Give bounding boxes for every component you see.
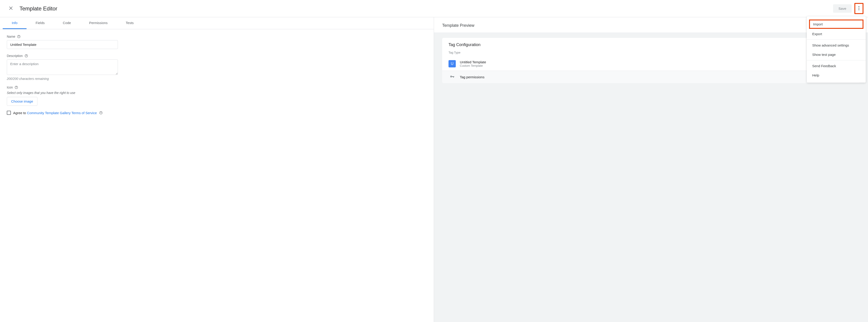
svg-point-8 bbox=[26, 56, 26, 57]
key-icon bbox=[448, 75, 456, 80]
tab-fields[interactable]: Fields bbox=[27, 17, 54, 29]
agree-text: Agree to Community Template Gallery Term… bbox=[13, 111, 97, 115]
menu-feedback[interactable]: Send Feedback bbox=[807, 61, 866, 70]
save-button[interactable]: Save bbox=[833, 4, 852, 13]
tab-tests[interactable]: Tests bbox=[117, 17, 143, 29]
more-dropdown: Import Export Show advanced settings Sho… bbox=[807, 16, 866, 83]
close-button[interactable] bbox=[7, 4, 15, 13]
name-label: Name bbox=[7, 35, 15, 38]
permissions-row[interactable]: Tag permissions bbox=[442, 70, 860, 83]
page-title: Template Editor bbox=[20, 5, 833, 12]
description-input[interactable] bbox=[7, 59, 118, 75]
form-content: Name Description 200/2 bbox=[0, 29, 434, 120]
tag-subtitle: Custom Template bbox=[460, 64, 486, 67]
menu-help[interactable]: Help bbox=[807, 70, 866, 80]
agree-checkbox[interactable] bbox=[7, 111, 11, 115]
help-icon[interactable] bbox=[17, 35, 21, 38]
svg-point-2 bbox=[859, 6, 859, 7]
char-count: 200/200 characters remaining bbox=[7, 77, 427, 81]
header: Template Editor Save bbox=[0, 0, 868, 17]
tabs: Info Fields Code Permissions Tests bbox=[0, 17, 434, 29]
help-icon[interactable] bbox=[25, 54, 28, 58]
left-panel: Info Fields Code Permissions Tests Name bbox=[0, 17, 434, 322]
svg-point-3 bbox=[859, 8, 859, 9]
right-panel: Template Preview Tag Configuration Tag T… bbox=[434, 17, 868, 322]
tag-row: U Untitled Template Custom Template bbox=[442, 57, 860, 70]
tab-permissions[interactable]: Permissions bbox=[80, 17, 117, 29]
menu-export[interactable]: Export bbox=[807, 29, 866, 38]
help-icon[interactable] bbox=[14, 86, 18, 89]
help-icon[interactable] bbox=[99, 111, 103, 115]
close-icon bbox=[9, 8, 13, 11]
permissions-label: Tag permissions bbox=[460, 75, 484, 79]
menu-test-page[interactable]: Show test page bbox=[807, 50, 866, 59]
tag-icon: U bbox=[448, 60, 456, 67]
icon-label: Icon bbox=[7, 86, 13, 89]
tag-type-label: Tag Type bbox=[442, 50, 860, 57]
preview-title: Template Preview bbox=[434, 17, 868, 32]
tab-code[interactable]: Code bbox=[54, 17, 80, 29]
svg-point-10 bbox=[16, 88, 17, 88]
config-card[interactable]: Tag Configuration Tag Type U Untitled Te… bbox=[442, 38, 860, 83]
svg-point-4 bbox=[859, 9, 859, 10]
tab-info[interactable]: Info bbox=[3, 17, 27, 29]
name-input[interactable] bbox=[7, 40, 118, 49]
choose-image-button[interactable]: Choose image bbox=[7, 97, 37, 106]
tag-name: Untitled Template bbox=[460, 60, 486, 64]
more-menu-button[interactable] bbox=[855, 4, 863, 13]
config-title: Tag Configuration bbox=[442, 38, 860, 50]
agree-prefix: Agree to bbox=[13, 111, 27, 115]
icon-hint: Select only images that you have the rig… bbox=[7, 91, 427, 95]
description-label: Description bbox=[7, 54, 23, 58]
menu-import[interactable]: Import bbox=[809, 20, 864, 29]
more-button-highlight bbox=[855, 3, 864, 14]
terms-link[interactable]: Community Template Gallery Terms of Serv… bbox=[27, 111, 97, 115]
more-vertical-icon bbox=[859, 6, 859, 11]
menu-advanced-settings[interactable]: Show advanced settings bbox=[807, 40, 866, 50]
